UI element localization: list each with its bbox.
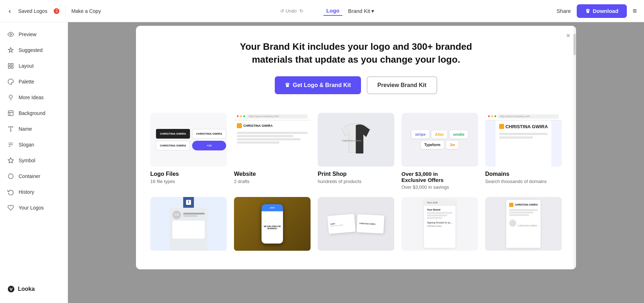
mobile-content: 10:03 WE ARE OPEN FOR BUSINESS! (234, 197, 311, 251)
sidebar-item-label: Symbol (19, 158, 35, 163)
sidebar-item-background[interactable]: Background (0, 105, 68, 121)
card-domains-image: http://yourcompany.com CHRISTINA GWIRA (485, 113, 562, 167)
cards-grid-row1: CHRISTINA GWIRA CHRISTINA GWIRA CHRISTIN… (150, 113, 562, 190)
sidebar-item-name[interactable]: Name (0, 121, 68, 137)
modal-close-button[interactable]: × (566, 32, 570, 40)
sidebar-item-label: Container (19, 173, 40, 179)
stationery-line (509, 209, 538, 211)
email-mockup: New draft Your Brand Signing forward to … (424, 200, 455, 248)
card-social-image: f CG (150, 197, 227, 251)
cards-grid-row2: f CG (150, 197, 562, 255)
browser-content: CHRISTINA GWIRA (234, 120, 311, 167)
modal-scrollbar-thumb (574, 34, 576, 55)
domains-logo-icon (499, 124, 504, 129)
content-line (237, 138, 301, 140)
fb-profile-text (183, 213, 205, 217)
sidebar-item-preview[interactable]: Preview (0, 27, 68, 42)
card-website: http://yourcompany.com CHRISTINA GWIRA (234, 113, 311, 190)
business-card-back: CHRY CHRISTINA GWIRA (327, 214, 356, 234)
partner-typeform: Typeform (421, 141, 444, 149)
card-social-media: f CG (150, 197, 227, 255)
fb-post (172, 221, 205, 239)
card-stationery-image: CHRISTINA GWIRA CHRISTINA GWIRA (485, 197, 562, 251)
brandkit-tab[interactable]: Brand Kit ▾ (345, 6, 377, 16)
sidebar-item-suggested[interactable]: Suggested (0, 42, 68, 58)
stationery-clip-icon (509, 220, 516, 227)
card-mobile: 10:03 WE ARE OPEN FOR BUSINESS! (234, 197, 311, 255)
get-kit-label: Get Logo & Brand Kit (293, 82, 351, 88)
logo-icon (237, 123, 242, 128)
redo-button[interactable]: ↻ (299, 8, 303, 14)
card-print-shop: CHRISTINA GWIRA Print Shop hundreds of p… (318, 113, 394, 190)
logo-tab[interactable]: Logo (323, 6, 342, 16)
modal-overlay[interactable]: × Your Brand Kit includes your logo and … (68, 22, 644, 303)
fb-icon: f (186, 200, 191, 205)
sidebar-item-more-ideas[interactable]: More Ideas (0, 90, 68, 105)
browser-dot-yellow (491, 115, 493, 117)
logo-tile-dark: CHRISTINA GWIRA (156, 129, 190, 139)
sidebar-item-history[interactable]: History (0, 184, 68, 200)
content-line (237, 132, 308, 134)
make-copy-button[interactable]: Make a Copy (71, 8, 101, 14)
modal-scrollbar[interactable] (573, 26, 576, 269)
preview-brand-kit-button[interactable]: Preview Brand Kit (367, 76, 437, 94)
card-domains-subtitle: Search thousands of domains (485, 179, 562, 184)
card-business-card-image: CHRY CHRISTINA GWIRA CHRISTINA GWIRA (318, 197, 394, 251)
card-tshirt-image: CHRISTINA GWIRA (318, 113, 394, 167)
modal-title: Your Brand Kit includes your logo and 30… (231, 40, 481, 66)
email-signature: Christina Gwira (427, 225, 453, 227)
svg-rect-1 (8, 63, 10, 65)
domains-logo-row: CHRISTINA GWIRA (499, 124, 548, 129)
sidebar-item-symbol[interactable]: Symbol (0, 153, 68, 168)
email-header-bar: New draft (424, 200, 455, 206)
lightbulb-icon (7, 94, 14, 101)
sidebar-item-layout[interactable]: Layout (0, 58, 68, 74)
email-line (427, 212, 453, 214)
chevron-down-icon: ▾ (371, 8, 374, 14)
svg-point-8 (8, 286, 14, 292)
saved-logos-label[interactable]: Saved Logos (18, 8, 48, 14)
sidebar-item-label: Palette (19, 79, 34, 85)
sidebar-item-label: Your Logos (19, 205, 44, 211)
svg-rect-2 (11, 63, 13, 65)
sidebar-item-your-logos[interactable]: Your Logos (0, 200, 68, 216)
symbol-icon (7, 157, 14, 164)
redo-icon: ↻ (299, 8, 303, 14)
sidebar-item-container[interactable]: Container (0, 168, 68, 184)
email-brand: Your Brand (427, 208, 453, 211)
domains-line (499, 136, 533, 139)
stationery-line (509, 212, 533, 213)
sidebar-item-slogan[interactable]: Slogan (0, 137, 68, 153)
share-button[interactable]: Share (557, 8, 571, 14)
back-button[interactable]: ‹ (7, 5, 13, 16)
undo-icon: ↺ (280, 8, 284, 14)
logo-tile-white2: CHRISTINA GWIRA (156, 141, 190, 150)
palette-icon (7, 78, 14, 85)
fb-sub-line (183, 215, 197, 217)
svg-rect-5 (8, 111, 13, 116)
domains-line (499, 133, 548, 135)
crown-icon: ♛ (585, 8, 590, 14)
download-button[interactable]: ♛ Download (577, 4, 627, 18)
website-lines (237, 132, 308, 144)
modal-actions: ♛ Get Logo & Brand Kit Preview Brand Kit (150, 76, 562, 94)
fb-header: f (183, 197, 194, 208)
hamburger-menu-button[interactable]: ≡ (633, 7, 637, 15)
sidebar-item-label: More Ideas (19, 95, 44, 100)
undo-button[interactable]: ↺ Undo (280, 8, 297, 14)
eye-icon (7, 31, 14, 38)
close-icon: × (566, 32, 570, 39)
card-stationery: CHRISTINA GWIRA CHRISTINA GWIRA (485, 197, 562, 255)
modal-body: CHRISTINA GWIRA CHRISTINA GWIRA CHRISTIN… (136, 103, 576, 269)
phone-body: WE ARE OPEN FOR BUSINESS! (262, 211, 283, 244)
sidebar-item-palette[interactable]: Palette (0, 74, 68, 90)
brandkit-tab-label: Brand Kit (348, 8, 370, 14)
business-cards-container: CHRY CHRISTINA GWIRA CHRISTINA GWIRA (318, 197, 394, 251)
topbar-center: ↺ Undo ↻ Logo Brand Kit ▾ (280, 6, 377, 16)
url-bar: http://yourcompany.com (247, 114, 308, 119)
get-logo-brand-kit-button[interactable]: ♛ Get Logo & Brand Kit (275, 76, 361, 94)
content-line (237, 135, 293, 137)
stationery-line (509, 214, 529, 216)
crown-icon: ♛ (285, 82, 290, 88)
browser-dot-red (488, 115, 490, 117)
